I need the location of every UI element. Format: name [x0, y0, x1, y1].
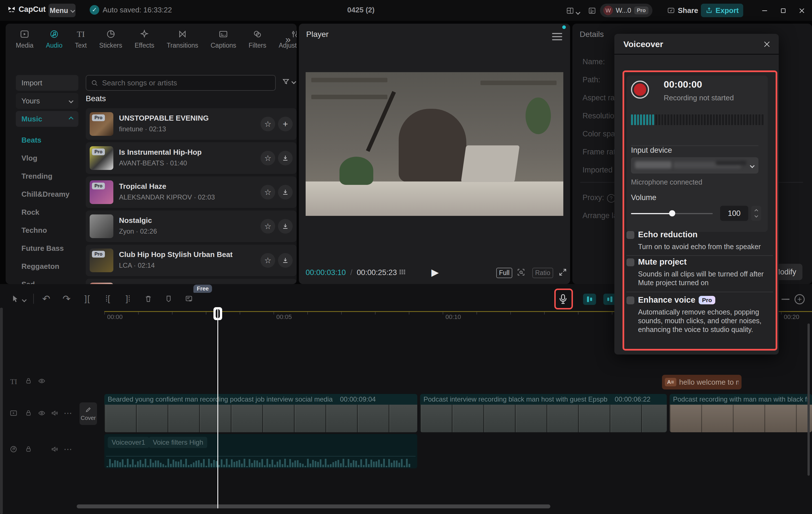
lock-icon[interactable]	[25, 445, 32, 453]
tab-adjustment[interactable]: Adjustment	[272, 27, 297, 52]
cover-button[interactable]: Cover	[80, 402, 97, 425]
lock-icon[interactable]	[25, 377, 32, 384]
genre-item-beats[interactable]: Beats	[22, 136, 41, 145]
favorite-button[interactable]: ☆	[261, 117, 275, 131]
player-video-preview[interactable]	[306, 72, 563, 216]
share-button[interactable]: Share	[663, 4, 702, 17]
genre-item-future-bass[interactable]: Future Bass	[22, 244, 64, 253]
stickers-icon	[106, 29, 116, 39]
play-button[interactable]: ▶	[431, 267, 439, 278]
more-tabs-icon[interactable]: »	[285, 34, 291, 45]
genre-item-vlog[interactable]: Vlog	[22, 154, 37, 162]
zoom-out-icon[interactable]	[782, 299, 789, 300]
tab-captions[interactable]: Captions	[204, 27, 242, 52]
download-button[interactable]	[278, 185, 293, 200]
download-button[interactable]	[278, 219, 293, 234]
music-dropdown[interactable]: Music	[16, 111, 78, 127]
tab-transitions[interactable]: Transitions	[161, 27, 204, 52]
yours-dropdown[interactable]: Yours	[16, 93, 78, 109]
volume-label: Volume	[631, 193, 656, 202]
voiceover-clip[interactable]: Voiceover1 Voice filters High	[104, 434, 417, 468]
checkbox-echo-reduction[interactable]	[627, 231, 634, 239]
preview-zoom-icon[interactable]	[517, 268, 526, 277]
minimize-button[interactable]	[759, 5, 770, 16]
volume-value[interactable]: 100	[720, 206, 748, 221]
video-clip[interactable]: Bearded young confident man recording po…	[104, 394, 417, 432]
vertical-scrollbar[interactable]	[808, 324, 810, 476]
import-button[interactable]: Import	[16, 75, 78, 91]
tab-text[interactable]: TIText	[68, 27, 93, 52]
favorite-button[interactable]: ☆	[261, 185, 275, 200]
full-button[interactable]: Full	[496, 268, 512, 278]
panel-layout-icon[interactable]	[566, 7, 574, 14]
speaker-icon[interactable]	[51, 445, 59, 453]
notes-icon[interactable]	[588, 7, 596, 14]
marker-icon[interactable]	[162, 292, 175, 305]
text-clip-badge: A≡	[665, 378, 676, 386]
song-card[interactable]: NostalgicZyon · 02:26☆	[86, 211, 297, 242]
close-button[interactable]	[796, 5, 808, 16]
filter-sort-control[interactable]	[282, 78, 295, 86]
genre-item-sad[interactable]: Sad	[22, 280, 35, 284]
smart-script-icon[interactable]	[182, 292, 196, 305]
delete-left-icon[interactable]: ⁞[	[101, 292, 114, 305]
delete-icon[interactable]	[142, 292, 155, 305]
record-button[interactable]	[631, 81, 649, 99]
checkbox-mute-project[interactable]	[627, 259, 634, 266]
frames-grid-icon[interactable]	[398, 268, 407, 277]
chevron-down-icon[interactable]	[576, 10, 580, 15]
redo-icon[interactable]: ↷	[60, 292, 73, 305]
maximize-button[interactable]	[778, 5, 789, 16]
volume-slider-handle[interactable]	[669, 210, 675, 216]
checkbox-enhance-voice[interactable]	[627, 297, 634, 304]
song-card[interactable]: ProUNSTOPPABLE EVENINGfinetune · 02:13☆+	[86, 108, 297, 140]
more-options-icon[interactable]: ⋯	[64, 408, 73, 418]
lock-icon[interactable]	[25, 409, 32, 417]
genre-item-reggaeton[interactable]: Reggaeton	[22, 262, 59, 271]
add-to-timeline-button[interactable]: +	[278, 117, 293, 131]
tab-effects[interactable]: Effects	[128, 27, 161, 52]
song-card[interactable]: ProTake It EasyYummy Sounds · 02:25☆	[86, 279, 297, 284]
favorite-button[interactable]: ☆	[261, 253, 275, 268]
select-tool-icon[interactable]	[8, 292, 22, 305]
split-icon[interactable]: ][	[81, 292, 94, 305]
video-clip[interactable]: Podcast recording with man man with blac…	[670, 394, 812, 432]
undo-icon[interactable]: ↶	[39, 292, 53, 305]
genre-item-trending[interactable]: Trending	[22, 172, 53, 181]
timeline-tool-teal-icon[interactable]	[583, 294, 596, 305]
delete-right-icon[interactable]: ]⁞	[121, 292, 135, 305]
song-card[interactable]: ProTropical HazeALEKSANDAR KIPROV · 02:0…	[86, 176, 297, 208]
song-card[interactable]: ProClub Hip Hop Stylish Urban BeatLCA · …	[86, 245, 297, 276]
zoom-in-icon[interactable]: +	[794, 294, 805, 304]
more-options-icon[interactable]: ⋯	[64, 444, 73, 454]
player-menu-icon[interactable]	[552, 31, 562, 42]
horizontal-scrollbar[interactable]	[77, 505, 550, 508]
ratio-button[interactable]: Ratio	[532, 268, 553, 278]
account-pill[interactable]: W W...0 Pro	[600, 4, 652, 17]
eye-icon[interactable]	[38, 377, 46, 385]
menu-button[interactable]: Menu	[49, 4, 76, 17]
search-bar[interactable]: Search songs or artists	[86, 75, 276, 91]
text-clip[interactable]: A≡ hello welcome to my	[662, 375, 742, 389]
tab-filters[interactable]: Filters	[242, 27, 273, 52]
tab-audio[interactable]: Audio	[40, 27, 69, 52]
chevron-down-icon[interactable]	[23, 298, 26, 303]
close-icon[interactable]	[763, 40, 771, 49]
fullscreen-icon[interactable]	[558, 268, 567, 277]
genre-item-techno[interactable]: Techno	[22, 226, 47, 235]
favorite-button[interactable]: ☆	[261, 219, 275, 234]
volume-stepper[interactable]	[751, 206, 761, 221]
genre-item-chill-dreamy[interactable]: Chill&Dreamy	[22, 190, 70, 199]
export-button[interactable]: Export	[701, 4, 743, 17]
tab-media[interactable]: Media	[9, 27, 40, 52]
song-card[interactable]: ProIs Instrumental Hip-HopAVANT-BEATS · …	[86, 142, 297, 174]
favorite-button[interactable]: ☆	[261, 151, 275, 165]
speaker-icon[interactable]	[51, 409, 59, 417]
input-device-select[interactable]	[631, 157, 758, 174]
genre-item-rock[interactable]: Rock	[22, 208, 39, 217]
tab-stickers[interactable]: Stickers	[93, 27, 128, 52]
download-button[interactable]	[278, 253, 293, 268]
eye-icon[interactable]	[38, 409, 46, 417]
download-button[interactable]	[278, 151, 293, 165]
video-clip[interactable]: Podcast interview recording black man ho…	[420, 394, 667, 432]
